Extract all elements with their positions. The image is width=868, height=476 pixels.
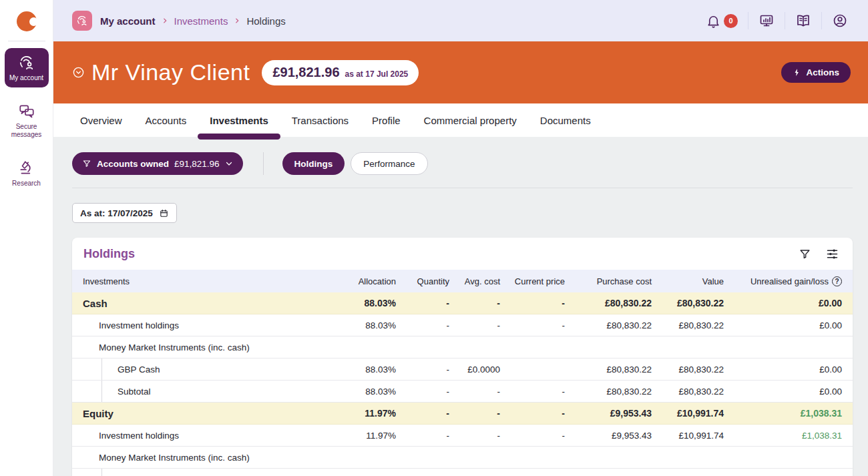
- sidebar-item-research[interactable]: Research: [5, 154, 49, 193]
- cell-avg-cost: £0.0000: [449, 365, 500, 375]
- notifications-bell-icon[interactable]: [706, 13, 721, 29]
- client-tabbar: Overview Accounts Investments Transactio…: [53, 103, 868, 137]
- portfolio-value-pill: £91,821.96 as at 17 Jul 2025: [262, 60, 419, 85]
- tab-commercial-property[interactable]: Commercial property: [423, 105, 518, 136]
- tab-accounts[interactable]: Accounts: [144, 105, 188, 136]
- cell-quantity: -: [396, 431, 449, 441]
- filter-chip-value: £91,821.96: [174, 159, 220, 169]
- cell-investment-name: Investment holdings: [83, 320, 336, 330]
- cell-investment-name: Subtotal: [83, 387, 336, 397]
- chevron-right-icon: [162, 17, 168, 24]
- tab-transactions[interactable]: Transactions: [290, 105, 350, 136]
- cell-value: £80,830.22: [652, 365, 724, 375]
- cell-gain-loss: £1,038.31: [724, 408, 842, 419]
- cell-avg-cost: -: [449, 298, 500, 308]
- column-header-current-price: Current price: [500, 276, 565, 286]
- column-header-value: Value: [652, 276, 724, 286]
- content-area: Accounts owned £91,821.96 Holdings Perfo…: [53, 137, 868, 476]
- cell-investment-name: Investment holdings: [83, 431, 336, 441]
- tab-profile[interactable]: Profile: [371, 105, 402, 136]
- table-settings-sliders-icon[interactable]: [825, 247, 839, 261]
- cell-current-price: -: [500, 387, 565, 397]
- actions-button-label: Actions: [806, 67, 839, 77]
- portfolio-as-at: as at 17 Jul 2025: [345, 69, 409, 79]
- chevron-right-icon: [234, 17, 240, 24]
- breadcrumb-my-account[interactable]: My account: [100, 15, 156, 27]
- breadcrumb-investments[interactable]: Investments: [174, 15, 228, 27]
- accounts-owned-filter-chip[interactable]: Accounts owned £91,821.96: [72, 152, 243, 175]
- sidebar-item-label: Research: [12, 180, 41, 188]
- cell-purchase-cost: £80,830.22: [565, 365, 652, 375]
- client-expand-chevron-icon[interactable]: [72, 66, 85, 79]
- cell-gain-loss: £1,038.31: [724, 431, 842, 441]
- section-divider: [72, 188, 853, 188]
- account-fingerprint-icon: [18, 54, 35, 71]
- column-header-purchase-cost: Purchase cost: [565, 276, 652, 286]
- sidebar-item-secure-messages[interactable]: Secure messages: [5, 97, 49, 144]
- cell-purchase-cost: £9,953.43: [565, 408, 652, 419]
- cell-allocation: 88.03%: [336, 387, 396, 397]
- secure-messages-icon: [18, 103, 35, 120]
- help-icon[interactable]: ?: [832, 276, 842, 286]
- tab-documents[interactable]: Documents: [539, 105, 592, 136]
- cell-quantity: -: [396, 387, 449, 397]
- breadcrumb: My account Investments Holdings: [100, 15, 286, 27]
- user-profile-icon[interactable]: [832, 13, 848, 29]
- cell-allocation: 88.03%: [336, 365, 396, 375]
- cell-purchase-cost: £80,830.22: [565, 387, 652, 397]
- view-toggle-holdings[interactable]: Holdings: [282, 152, 345, 175]
- table-row: Money Market Instruments (inc. cash): [72, 336, 853, 359]
- app-window: My account Secure messages Research: [0, 0, 868, 476]
- topbar: My account Investments Holdings: [53, 0, 868, 41]
- filter-chip-label: Accounts owned: [97, 159, 169, 169]
- cell-investment-name: GBP Cash: [83, 365, 336, 375]
- cell-value: £80,830.22: [652, 320, 724, 330]
- cell-quantity: -: [396, 320, 449, 330]
- tab-label: Investments: [210, 115, 268, 126]
- actions-button[interactable]: Actions: [781, 62, 851, 83]
- table-row: Investment holdings11.97%---£9,953.43£10…: [72, 425, 853, 447]
- sidebar-item-label: My account: [9, 74, 43, 82]
- library-book-icon[interactable]: [795, 13, 811, 29]
- column-header-gain-loss: Unrealised gain/loss ?: [724, 276, 842, 286]
- sidebar-item-my-account[interactable]: My account: [5, 48, 49, 87]
- cell-current-price: -: [500, 408, 565, 419]
- calendar-icon: [159, 208, 169, 218]
- sidebar-item-label: Secure messages: [6, 123, 47, 139]
- cell-quantity: -: [396, 408, 449, 419]
- client-header: Mr Vinay Client £91,821.96 as at 17 Jul …: [53, 41, 868, 103]
- tab-investments[interactable]: Investments: [208, 105, 270, 136]
- filter-separator: [263, 152, 264, 175]
- view-toggle: Holdings Performance: [282, 152, 428, 175]
- cell-purchase-cost: £80,830.22: [565, 320, 652, 330]
- holdings-table-body: Cash88.03%---£80,830.22£80,830.22£0.00In…: [72, 292, 853, 476]
- cell-avg-cost: -: [449, 431, 500, 441]
- as-at-date-value: As at: 17/07/2025: [80, 208, 153, 218]
- cell-quantity: -: [396, 298, 449, 308]
- dashboard-monitor-icon[interactable]: [758, 13, 775, 29]
- table-filter-funnel-icon[interactable]: [799, 248, 811, 260]
- cell-avg-cost: -: [449, 387, 500, 397]
- cell-investment-name: Money Market Instruments (inc. cash): [83, 342, 336, 352]
- research-microscope-icon: [18, 160, 35, 177]
- topbar-actions: 0: [706, 12, 848, 29]
- topbar-separator: [785, 12, 785, 29]
- holdings-card-header: Holdings: [72, 238, 853, 270]
- funnel-icon: [82, 159, 91, 168]
- cell-current-price: -: [500, 431, 565, 441]
- holdings-card: Holdings: [72, 238, 853, 476]
- as-at-date-picker[interactable]: As at: 17/07/2025: [72, 203, 177, 223]
- cell-value: £80,830.22: [652, 298, 724, 308]
- cell-allocation: 88.03%: [336, 320, 396, 330]
- notification-count-badge[interactable]: 0: [724, 14, 738, 28]
- table-row: GBP Cash0.00%-£0.0000£0.00£0.00£0.00: [72, 469, 853, 476]
- view-toggle-performance[interactable]: Performance: [351, 152, 427, 175]
- cell-value: £80,830.22: [652, 387, 724, 397]
- table-row: Investment holdings88.03%---£80,830.22£8…: [72, 314, 853, 336]
- cell-gain-loss: £0.00: [724, 320, 842, 330]
- tab-overview[interactable]: Overview: [79, 105, 124, 136]
- cell-current-price: -: [500, 298, 565, 308]
- portfolio-value: £91,821.96: [272, 65, 339, 80]
- brand-logo-icon[interactable]: [17, 11, 37, 31]
- filter-row: Accounts owned £91,821.96 Holdings Perfo…: [72, 152, 853, 175]
